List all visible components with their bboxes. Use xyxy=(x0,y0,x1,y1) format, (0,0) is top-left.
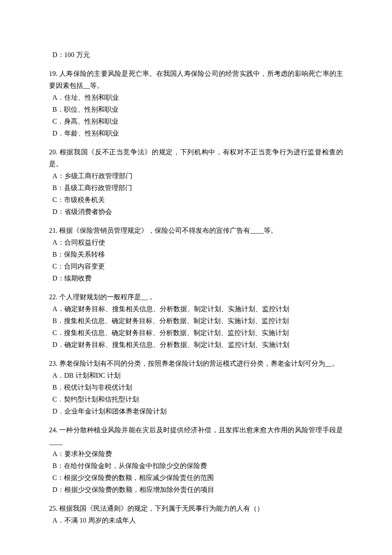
options: A．不满 10 周岁的未成年人 xyxy=(49,515,343,526)
question-stem: 19. 人寿保险的主要风险是死亡率。在我国人寿保险公司的经营实践中，所考虑的影响… xyxy=(49,68,343,92)
option-d: D：100 万元 xyxy=(52,49,343,61)
options: A：合同权益行使 B：保险关系转移 C：合同内容变更 D：续期收费 xyxy=(49,237,343,284)
question-21: 21. 根据《保险营销员管理规定》，保险公司不得发布的宣传广告有____等。 A… xyxy=(49,225,343,284)
option-a: A：合同权益行使 xyxy=(52,237,343,249)
options: A：要求补交保险费 B：在给付保险金时，从保险金中扣除少交的保险费 C：根据少交… xyxy=(49,448,343,496)
option-b: B．职位、性别和职业 xyxy=(52,104,343,116)
option-a: A．DB 计划和DC 计划 xyxy=(52,370,343,382)
question-24: 24. 一种分散种植业风险并能在灾后及时提供经济补偿，且发挥出愈来愈大作用的风险… xyxy=(49,424,343,496)
option-a: A．不满 10 周岁的未成年人 xyxy=(52,515,343,526)
question-20: 20. 根据我国《反不正当竞争法》的规定，下列机构中，有权对不正当竞争行为进行监… xyxy=(49,146,343,218)
question-stem: 23. 养老保险计划有不同的分类，按照养老保险计划的营运模式进行分类，养老金计划… xyxy=(49,358,343,370)
question-19: 19. 人寿保险的主要风险是死亡率。在我国人寿保险公司的经营实践中，所考虑的影响… xyxy=(49,68,343,139)
option-a: A．住址、性别和职业 xyxy=(52,92,343,104)
option-c: C．搜集相关信息、确定财务目标、分析数据、制定计划、监控计划、实施计划 xyxy=(52,327,343,339)
options: A．DB 计划和DC 计划 B．税优计划与非税优计划 C．契约型计划和信托型计划… xyxy=(49,370,343,417)
option-b: B．搜集相关信息、确定财务目标、分析数据、制定计划、实施计划、监控计划 xyxy=(52,315,343,327)
option-d: D：根据少交保险费的数额，相应增加除外责任的项目 xyxy=(52,484,343,496)
question-stem: 21. 根据《保险营销员管理规定》，保险公司不得发布的宣传广告有____等。 xyxy=(49,225,343,237)
option-c: C：根据少交保险费的数额，相应减少保险责任的范围 xyxy=(52,472,343,484)
option-b: B：保险关系转移 xyxy=(52,249,343,260)
question-stem: 20. 根据我国《反不正当竞争法》的规定，下列机构中，有权对不正当竞争行为进行监… xyxy=(49,146,343,170)
options: A．确定财务目标、搜集相关信息、分析数据、制定计划、实施计划、监控计划 B．搜集… xyxy=(49,303,343,351)
option-c: C．契约型计划和信托型计划 xyxy=(52,393,343,405)
option-b: B：在给付保险金时，从保险金中扣除少交的保险费 xyxy=(52,460,343,472)
options: A．住址、性别和职业 B．职位、性别和职业 C．身高、性别和职业 D．年龄、性别… xyxy=(49,92,343,139)
option-a: A：要求补交保险费 xyxy=(52,448,343,460)
option-b: B：县级工商行政管理部门 xyxy=(52,182,343,194)
option-b: B．税优计划与非税优计划 xyxy=(52,382,343,393)
option-a: A．确定财务目标、搜集相关信息、分析数据、制定计划、实施计划、监控计划 xyxy=(52,303,343,315)
option-a: A：乡级工商行政管理部门 xyxy=(52,170,343,182)
option-d: D．企业年金计划和团体养老保险计划 xyxy=(52,405,343,417)
question-25: 25. 根据我国《民法通则》的规定，下列属于无民事行为能力的人有（） A．不满 … xyxy=(49,503,343,526)
option-c: C：合同内容变更 xyxy=(52,260,343,272)
question-18-partial: D：100 万元 xyxy=(49,49,343,61)
question-23: 23. 养老保险计划有不同的分类，按照养老保险计划的营运模式进行分类，养老金计划… xyxy=(49,358,343,417)
question-22: 22. 个人理财规划的一般程序是__ 。 A．确定财务目标、搜集相关信息、分析数… xyxy=(49,291,343,351)
options: A：乡级工商行政管理部门 B：县级工商行政管理部门 C：市级税务机关 D：省级消… xyxy=(49,170,343,218)
question-stem: 25. 根据我国《民法通则》的规定，下列属于无民事行为能力的人有（） xyxy=(49,503,343,515)
option-d: D．年龄、性别和职业 xyxy=(52,127,343,139)
options: D：100 万元 xyxy=(49,49,343,61)
option-c: C．身高、性别和职业 xyxy=(52,116,343,127)
option-d: D：省级消费者协会 xyxy=(52,206,343,218)
option-d: D．确定财务目标、搜集相关信息、分析数据、制定计划、监控计划、实施计划 xyxy=(52,339,343,351)
option-d: D：续期收费 xyxy=(52,272,343,284)
option-c: C：市级税务机关 xyxy=(52,194,343,206)
question-stem: 22. 个人理财规划的一般程序是__ 。 xyxy=(49,291,343,303)
question-stem: 24. 一种分散种植业风险并能在灾后及时提供经济补偿，且发挥出愈来愈大作用的风险… xyxy=(49,424,343,448)
